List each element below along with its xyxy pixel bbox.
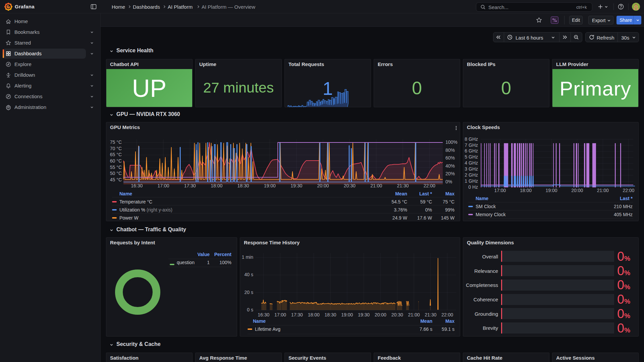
svg-text:17:30: 17:30 xyxy=(184,183,196,188)
svg-text:20:30: 20:30 xyxy=(391,312,403,317)
svg-text:18:00: 18:00 xyxy=(520,188,532,193)
svg-text:17:00: 17:00 xyxy=(494,188,506,193)
svg-text:19:00: 19:00 xyxy=(264,183,276,188)
svg-text:3 GHz: 3 GHz xyxy=(465,166,478,172)
svg-text:5 GHz: 5 GHz xyxy=(465,154,478,160)
svg-text:17:00: 17:00 xyxy=(157,183,169,188)
svg-text:18:30: 18:30 xyxy=(237,183,249,188)
svg-text:21:00: 21:00 xyxy=(597,188,609,193)
svg-text:21:00: 21:00 xyxy=(408,312,420,317)
svg-text:100%: 100% xyxy=(445,139,458,145)
svg-text:40%: 40% xyxy=(445,163,455,169)
svg-text:17:30: 17:30 xyxy=(291,312,303,317)
svg-text:22:00: 22:00 xyxy=(424,183,435,188)
svg-text:0 Hz: 0 Hz xyxy=(468,184,478,190)
svg-text:55 °C: 55 °C xyxy=(110,165,122,170)
svg-text:19:30: 19:30 xyxy=(290,183,302,188)
svg-text:4 GHz: 4 GHz xyxy=(465,160,478,166)
svg-text:50 °C: 50 °C xyxy=(110,171,122,176)
svg-text:20%: 20% xyxy=(445,171,455,176)
svg-text:17:00: 17:00 xyxy=(274,312,286,317)
svg-text:21:30: 21:30 xyxy=(397,183,409,188)
svg-text:21:00: 21:00 xyxy=(370,183,382,188)
svg-text:60%: 60% xyxy=(445,155,455,161)
svg-text:20:30: 20:30 xyxy=(344,183,356,188)
svg-text:80%: 80% xyxy=(445,147,455,153)
svg-text:1 GHz: 1 GHz xyxy=(465,178,478,184)
svg-text:65 °C: 65 °C xyxy=(110,152,122,157)
svg-text:21:30: 21:30 xyxy=(425,312,436,317)
svg-text:0 s: 0 s xyxy=(247,307,253,312)
svg-text:16:30: 16:30 xyxy=(258,312,269,317)
svg-text:1 min: 1 min xyxy=(242,254,253,260)
svg-text:19:00: 19:00 xyxy=(546,188,557,193)
svg-text:40 s: 40 s xyxy=(245,272,253,277)
svg-text:22:00: 22:00 xyxy=(441,312,453,317)
svg-text:0%: 0% xyxy=(445,179,452,184)
svg-text:2 GHz: 2 GHz xyxy=(465,172,478,178)
svg-text:19:30: 19:30 xyxy=(358,312,370,317)
svg-text:70 °C: 70 °C xyxy=(110,146,122,151)
svg-text:22:00: 22:00 xyxy=(623,188,634,193)
svg-text:16:30: 16:30 xyxy=(131,183,143,188)
svg-text:18:00: 18:00 xyxy=(308,312,320,317)
svg-text:6 GHz: 6 GHz xyxy=(465,148,478,154)
svg-text:18:00: 18:00 xyxy=(211,183,222,188)
svg-text:60 °C: 60 °C xyxy=(110,158,122,164)
svg-text:8 GHz: 8 GHz xyxy=(465,136,478,142)
svg-text:18:30: 18:30 xyxy=(324,312,336,317)
svg-text:19:00: 19:00 xyxy=(341,312,353,317)
svg-text:20:00: 20:00 xyxy=(317,183,329,188)
svg-text:75 °C: 75 °C xyxy=(110,139,122,145)
svg-text:20:00: 20:00 xyxy=(571,188,583,193)
svg-text:45 °C: 45 °C xyxy=(110,177,122,182)
svg-text:20:00: 20:00 xyxy=(375,312,386,317)
svg-text:20 s: 20 s xyxy=(245,290,253,295)
svg-text:7 GHz: 7 GHz xyxy=(465,142,478,148)
